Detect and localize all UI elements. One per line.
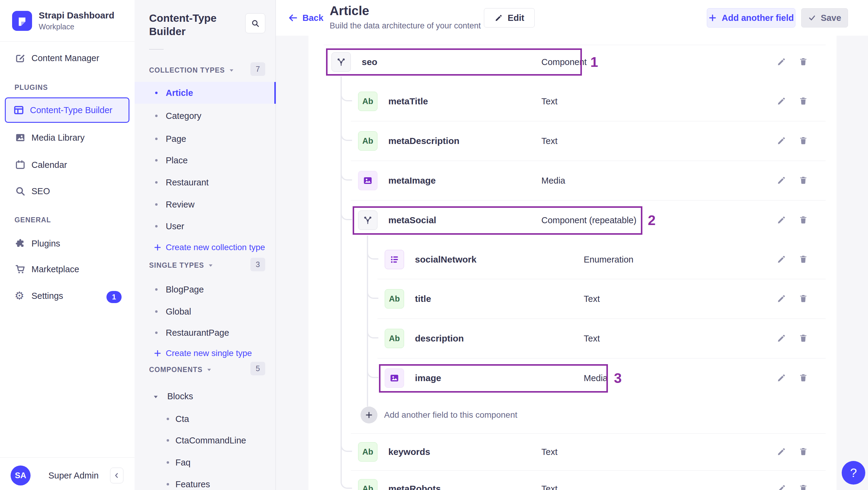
delete-icon[interactable] bbox=[799, 294, 808, 303]
field-type: Text bbox=[541, 475, 557, 490]
bullet-icon bbox=[155, 310, 158, 313]
edit-icon[interactable] bbox=[777, 96, 786, 106]
annotation-box-2 bbox=[353, 206, 642, 235]
component-ctacommandline[interactable]: CtaCommandLine bbox=[134, 429, 276, 451]
collection-types-header[interactable]: COLLECTION TYPES bbox=[149, 63, 234, 77]
edit-icon[interactable] bbox=[777, 215, 786, 225]
sidebar-item-label: Settings bbox=[31, 285, 63, 307]
collection-type-review[interactable]: Review bbox=[134, 193, 276, 215]
cart-icon bbox=[14, 264, 26, 275]
save-button[interactable]: Save bbox=[801, 8, 848, 28]
add-field-to-component-label[interactable]: Add another field to this component bbox=[384, 406, 518, 424]
field-row-keywords[interactable]: Ab keywords Text bbox=[309, 438, 837, 465]
delete-icon[interactable] bbox=[799, 373, 808, 382]
delete-icon[interactable] bbox=[799, 447, 808, 456]
add-field-to-component-button[interactable] bbox=[361, 406, 377, 424]
collection-type-category[interactable]: Category bbox=[134, 105, 276, 127]
divider bbox=[377, 358, 826, 359]
sidebar-item-seo[interactable]: SEO bbox=[0, 180, 134, 202]
create-collection-type-link[interactable]: Create new collection type bbox=[134, 237, 276, 258]
sidebar-item-plugins[interactable]: Plugins bbox=[0, 233, 134, 254]
collection-type-user[interactable]: User bbox=[134, 215, 276, 237]
edit-icon[interactable] bbox=[777, 136, 786, 146]
chevron-down-icon bbox=[208, 264, 213, 267]
sidebar-item-settings[interactable]: ⚙ Settings 1 bbox=[0, 285, 134, 307]
field-row-metadescription[interactable]: Ab metaDescription Text bbox=[309, 127, 837, 155]
avatar[interactable]: SA bbox=[10, 465, 31, 486]
delete-icon[interactable] bbox=[799, 215, 808, 225]
plugins-section-label: PLUGINS bbox=[14, 84, 48, 92]
edit-icon[interactable] bbox=[777, 484, 786, 490]
help-button[interactable]: ? bbox=[842, 461, 865, 485]
bullet-icon bbox=[167, 461, 169, 464]
field-type: Text bbox=[541, 438, 557, 465]
text-field-icon: Ab bbox=[358, 131, 377, 151]
plus-icon bbox=[365, 410, 373, 420]
sidebar-item-content-type-builder[interactable]: Content-Type Builder bbox=[5, 97, 129, 123]
edit-icon[interactable] bbox=[777, 176, 786, 185]
field-row-socialnetwork[interactable]: socialNetwork Enumeration bbox=[309, 246, 837, 273]
delete-icon[interactable] bbox=[799, 333, 808, 343]
field-name: title bbox=[415, 285, 431, 312]
page-subtitle: Build the data architecture of your cont… bbox=[330, 21, 481, 31]
create-single-type-link[interactable]: Create new single type bbox=[134, 342, 276, 364]
sidebar-item-calendar[interactable]: Calendar bbox=[0, 154, 134, 176]
settings-badge: 1 bbox=[106, 291, 122, 303]
divider bbox=[351, 470, 826, 471]
delete-icon[interactable] bbox=[799, 254, 808, 264]
single-type-blogpage[interactable]: BlogPage bbox=[134, 279, 276, 300]
delete-icon[interactable] bbox=[799, 136, 808, 146]
edit-button[interactable]: Edit bbox=[484, 8, 535, 28]
collection-type-article[interactable]: Article bbox=[134, 82, 276, 104]
field-row-metaimage[interactable]: metaImage Media bbox=[309, 167, 837, 194]
field-row-metarobots[interactable]: Ab metaRobots Text bbox=[309, 475, 837, 490]
sidebar-item-label: Marketplace bbox=[31, 258, 79, 280]
strapi-dashboard: Strapi Dashboard Workplace Content Manag… bbox=[0, 0, 868, 490]
user-name: Super Admin bbox=[49, 465, 99, 486]
edit-icon[interactable] bbox=[777, 333, 786, 343]
collection-type-place[interactable]: Place bbox=[134, 149, 276, 171]
delete-icon[interactable] bbox=[799, 176, 808, 185]
field-row-title[interactable]: Ab title Text bbox=[309, 285, 837, 312]
edit-icon[interactable] bbox=[777, 254, 786, 264]
component-cta[interactable]: Cta bbox=[134, 408, 276, 430]
puzzle-icon bbox=[14, 238, 26, 249]
component-faq[interactable]: Faq bbox=[134, 452, 276, 473]
edit-icon[interactable] bbox=[777, 447, 786, 456]
collection-type-page[interactable]: Page bbox=[134, 128, 276, 150]
delete-icon[interactable] bbox=[799, 57, 808, 66]
edit-icon[interactable] bbox=[777, 294, 786, 303]
collection-type-restaurant[interactable]: Restaurant bbox=[134, 172, 276, 193]
sidebar-item-marketplace[interactable]: Marketplace bbox=[0, 258, 134, 280]
component-group-blocks[interactable]: Blocks bbox=[134, 385, 276, 407]
single-type-global[interactable]: Global bbox=[134, 301, 276, 323]
media-field-icon bbox=[358, 171, 377, 190]
field-row-metatitle[interactable]: Ab metaTitle Text bbox=[309, 88, 837, 115]
edit-icon[interactable] bbox=[777, 373, 786, 382]
sidebar-item-media-library[interactable]: Media Library bbox=[0, 127, 134, 149]
divider bbox=[377, 318, 826, 319]
search-button[interactable] bbox=[245, 13, 265, 33]
chevron-down-icon bbox=[229, 69, 234, 72]
single-type-restaurantpage[interactable]: RestaurantPage bbox=[134, 322, 276, 344]
single-type-label: RestaurantPage bbox=[166, 322, 229, 344]
sidebar-item-content-manager[interactable]: Content Manager bbox=[0, 47, 134, 69]
add-another-field-button[interactable]: Add another field bbox=[707, 8, 796, 28]
search-icon bbox=[251, 19, 260, 28]
field-row-description[interactable]: Ab description Text bbox=[309, 325, 837, 352]
bullet-icon bbox=[155, 225, 158, 227]
single-types-header[interactable]: SINGLE TYPES bbox=[149, 258, 213, 272]
plus-icon bbox=[153, 243, 162, 253]
components-header[interactable]: COMPONENTS bbox=[149, 363, 211, 376]
edit-icon[interactable] bbox=[777, 57, 786, 66]
back-link[interactable]: Back bbox=[288, 0, 323, 36]
delete-icon[interactable] bbox=[799, 484, 808, 490]
text-field-icon: Ab bbox=[385, 289, 404, 308]
collapse-sidebar-button[interactable] bbox=[110, 468, 123, 483]
panel-title: Content-Type Builder bbox=[149, 11, 240, 38]
delete-icon[interactable] bbox=[799, 96, 808, 106]
gear-icon: ⚙ bbox=[14, 290, 26, 302]
add-another-field-label: Add another field bbox=[722, 13, 794, 23]
field-name: keywords bbox=[388, 438, 430, 465]
component-features[interactable]: Features bbox=[134, 473, 276, 490]
